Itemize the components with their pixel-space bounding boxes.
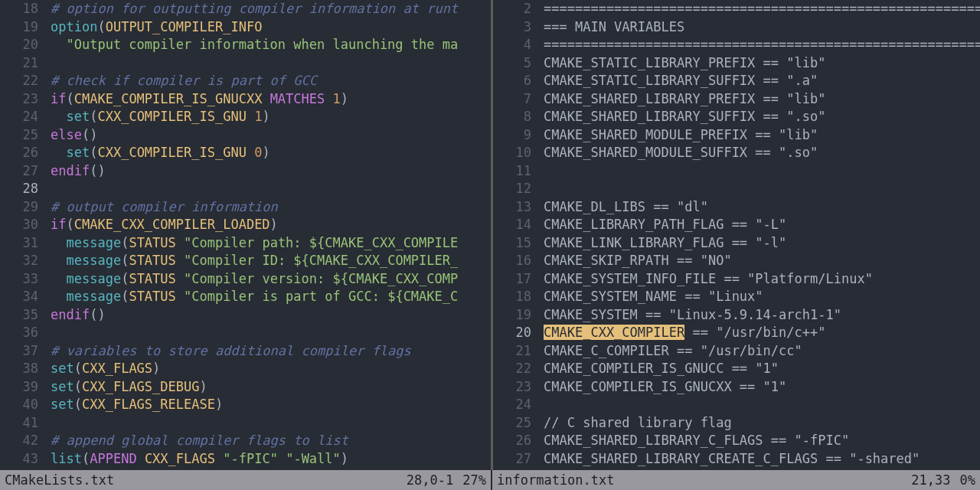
code-line[interactable]: option(OUTPUT_COMPILER_INFO [51, 18, 491, 37]
code-line[interactable] [51, 414, 491, 433]
code-line[interactable]: endif() [51, 162, 491, 181]
code-line[interactable]: set(CXX_FLAGS_RELEASE) [51, 396, 491, 414]
code-line[interactable]: # append global compiler flags to list [51, 432, 491, 450]
code-line[interactable]: set(CXX_FLAGS) [51, 360, 491, 378]
line-number: 2 [493, 0, 531, 18]
code-line[interactable]: CMAKE_SKIP_RPATH == "NO" [544, 252, 980, 270]
line-number: 25 [0, 126, 38, 145]
code-line[interactable]: # output compiler information [51, 198, 491, 217]
line-number: 29 [0, 198, 38, 217]
status-right: information.txt 21,33 0% [491, 470, 980, 490]
line-number: 13 [493, 198, 531, 217]
left-pane[interactable]: 1819202122232425262728293031323334353637… [0, 0, 491, 470]
line-number: 28 [0, 180, 38, 198]
line-number: 33 [0, 270, 38, 289]
code-line[interactable] [544, 396, 980, 414]
right-filename: information.txt [492, 470, 619, 490]
code-line[interactable]: CMAKE_DL_LIBS == "dl" [544, 198, 980, 217]
left-percent: 27% [458, 470, 491, 490]
right-percent: 0% [956, 470, 980, 490]
code-line[interactable]: CMAKE_STATIC_LIBRARY_SUFFIX == ".a" [544, 72, 980, 90]
code-line[interactable]: set(CXX_COMPILER_IS_GNU 0) [51, 144, 491, 162]
code-line[interactable] [51, 324, 491, 342]
line-number: 23 [493, 378, 531, 397]
code-line[interactable]: message(STATUS "Compiler ID: ${CMAKE_CXX… [51, 252, 491, 270]
line-number: 30 [0, 216, 38, 234]
code-line[interactable]: CMAKE_COMPILER_IS_GNUCXX == "1" [544, 378, 980, 397]
line-number: 11 [493, 162, 531, 181]
code-line[interactable]: message(STATUS "Compiler version: ${CMAK… [51, 270, 491, 289]
code-line[interactable]: # check if compiler is part of GCC [51, 72, 491, 90]
code-line[interactable]: set(CXX_COMPILER_IS_GNU 1) [51, 108, 491, 126]
code-line[interactable]: CMAKE_SHARED_LIBRARY_C_FLAGS == "-fPIC" [544, 432, 980, 450]
right-pane[interactable]: 2345678910111213141516171819202122232425… [493, 0, 980, 470]
code-line[interactable]: CMAKE_SHARED_LIBRARY_CREATE_C_FLAGS == "… [544, 450, 980, 469]
line-number: 21 [493, 342, 531, 361]
left-code[interactable]: # option for outputting compiler informa… [51, 0, 491, 470]
line-number: 9 [493, 126, 531, 145]
line-number: 42 [0, 432, 38, 450]
code-line[interactable]: CMAKE_SHARED_MODULE_SUFFIX == ".so" [544, 144, 980, 162]
code-line[interactable]: CMAKE_CXX_COMPILER == "/usr/bin/c++" [544, 324, 980, 342]
left-filename: CMakeLists.txt [0, 470, 119, 490]
code-line[interactable]: ========================================… [544, 0, 980, 18]
code-line[interactable]: message(STATUS "Compiler path: ${CMAKE_C… [51, 234, 491, 253]
left-cursor-pos: 28,0-1 [402, 470, 458, 490]
code-line[interactable]: list(APPEND CXX_FLAGS "-fPIC" "-Wall") [51, 450, 491, 469]
code-line[interactable]: CMAKE_SYSTEM_INFO_FILE == "Platform/Linu… [544, 270, 980, 289]
code-line[interactable]: endif() [51, 306, 491, 325]
editor-split: 1819202122232425262728293031323334353637… [0, 0, 980, 470]
line-number: 22 [493, 360, 531, 378]
code-line[interactable]: ========================================… [544, 36, 980, 54]
right-code[interactable]: ========================================… [544, 0, 980, 470]
code-line[interactable]: CMAKE_LINK_LIBRARY_FLAG == "-l" [544, 234, 980, 253]
line-number: 3 [493, 18, 531, 37]
code-line[interactable]: === MAIN VARIABLES [544, 18, 980, 37]
line-number: 35 [0, 306, 38, 325]
line-number: 38 [0, 360, 38, 378]
code-line[interactable] [544, 180, 980, 198]
line-number: 15 [493, 234, 531, 253]
code-line[interactable]: CMAKE_SYSTEM == "Linux-5.9.14-arch1-1" [544, 306, 980, 325]
code-line[interactable]: set(CXX_FLAGS_DEBUG) [51, 378, 491, 397]
code-line[interactable]: CMAKE_COMPILER_IS_GNUCC == "1" [544, 360, 980, 378]
code-line[interactable]: CMAKE_STATIC_LIBRARY_PREFIX == "lib" [544, 54, 980, 73]
code-line[interactable]: message(STATUS "Compiler is part of GCC:… [51, 288, 491, 306]
code-line[interactable]: "Output compiler information when launch… [51, 36, 491, 54]
code-line[interactable]: // C shared library flag [544, 414, 980, 433]
code-line[interactable] [51, 180, 491, 198]
line-number: 22 [0, 72, 38, 90]
code-line[interactable]: else() [51, 126, 491, 145]
code-line[interactable]: CMAKE_SHARED_MODULE_PREFIX == "lib" [544, 126, 980, 145]
line-number: 16 [493, 252, 531, 270]
line-number: 19 [493, 306, 531, 325]
line-number: 19 [0, 18, 38, 37]
code-line[interactable]: # variables to store additional compiler… [51, 342, 491, 361]
code-line[interactable]: CMAKE_SYSTEM_NAME == "Linux" [544, 288, 980, 306]
line-number: 18 [493, 288, 531, 306]
code-line[interactable] [544, 162, 980, 181]
right-cursor-pos: 21,33 [906, 470, 955, 490]
left-gutter: 1819202122232425262728293031323334353637… [0, 0, 44, 470]
line-number: 5 [493, 54, 531, 73]
code-line[interactable] [51, 54, 491, 73]
line-number: 24 [0, 108, 38, 126]
line-number: 27 [493, 450, 531, 469]
code-line[interactable]: CMAKE_SHARED_LIBRARY_SUFFIX == ".so" [544, 108, 980, 126]
code-line[interactable]: CMAKE_LIBRARY_PATH_FLAG == "-L" [544, 216, 980, 234]
line-number: 24 [493, 396, 531, 414]
line-number: 10 [493, 144, 531, 162]
status-bar: CMakeLists.txt 28,0-1 27% information.tx… [0, 470, 980, 490]
line-number: 20 [493, 324, 531, 342]
line-number: 43 [0, 450, 38, 469]
code-line[interactable]: if(CMAKE_COMPILER_IS_GNUCXX MATCHES 1) [51, 90, 491, 109]
line-number: 27 [0, 162, 38, 181]
line-number: 25 [493, 414, 531, 433]
line-number: 18 [0, 0, 38, 18]
line-number: 21 [0, 54, 38, 73]
code-line[interactable]: # option for outputting compiler informa… [51, 0, 491, 18]
code-line[interactable]: CMAKE_C_COMPILER == "/usr/bin/cc" [544, 342, 980, 361]
line-number: 32 [0, 252, 38, 270]
code-line[interactable]: if(CMAKE_CXX_COMPILER_LOADED) [51, 216, 491, 234]
code-line[interactable]: CMAKE_SHARED_LIBRARY_PREFIX == "lib" [544, 90, 980, 109]
